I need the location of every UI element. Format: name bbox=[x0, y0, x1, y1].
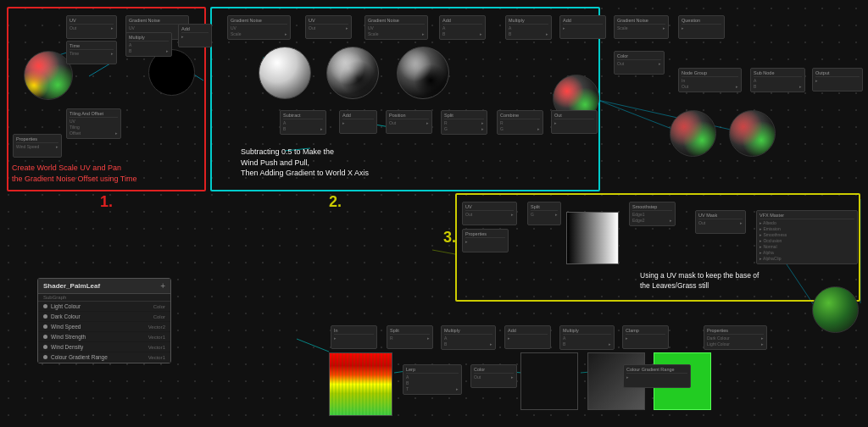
node-prop-mask[interactable]: Properties ▸ bbox=[462, 229, 509, 252]
shader-panel-add[interactable]: + bbox=[160, 281, 165, 291]
node-uv-1[interactable]: UV Out▸ bbox=[66, 15, 117, 39]
sphere-color-right-3 bbox=[729, 110, 776, 157]
shader-prop-wind-strength[interactable]: Wind Strength Vector1 bbox=[38, 332, 170, 342]
node-right-list[interactable]: VFX Master ▸ Albedo ▸ Emission ▸ Smoothn… bbox=[756, 210, 858, 264]
node-lerp-b[interactable]: Lerp A B T▸ bbox=[403, 364, 462, 395]
sphere-gradient-white bbox=[259, 47, 311, 99]
node-split-b[interactable]: Split R▸ bbox=[387, 325, 433, 349]
node-subtract-1[interactable]: Subtract A B▸ bbox=[280, 110, 326, 135]
shader-panel-header: Shader_PalmLeaf + bbox=[38, 279, 170, 294]
node-out-2[interactable]: Output ▸ bbox=[812, 68, 863, 92]
svg-line-9 bbox=[598, 100, 674, 130]
shader-type-2: Color bbox=[153, 314, 165, 319]
shader-panel-title: Shader_PalmLeaf bbox=[43, 282, 100, 290]
node-pan-1[interactable]: Add ▸ bbox=[178, 24, 212, 47]
shader-dot-4 bbox=[43, 335, 47, 339]
shader-panel-subtitle: SubGraph bbox=[38, 294, 170, 302]
node-fade-region[interactable]: Node Group In Out▸ bbox=[678, 68, 742, 92]
node-uv-mask[interactable]: UV Out▸ bbox=[462, 202, 517, 225]
shader-label-6: Colour Gradient Range bbox=[51, 354, 148, 360]
node-add-2[interactable]: Add A B▸ bbox=[439, 15, 486, 40]
svg-line-12 bbox=[432, 250, 455, 254]
shader-label-4: Wind Strength bbox=[51, 334, 148, 340]
shader-panel: Shader_PalmLeaf + SubGraph Light Colour … bbox=[37, 278, 171, 363]
shader-prop-light-colour[interactable]: Light Colour Color bbox=[38, 302, 170, 312]
annotation-text-3: Using a UV mask to keep the base of the … bbox=[640, 271, 767, 291]
node-output-1[interactable]: Out ▸ bbox=[551, 110, 598, 134]
node-editor-canvas: 1. 2. 3. Create World Scale UV and Pan t… bbox=[0, 0, 868, 427]
node-uv-2[interactable]: UV Out▸ bbox=[305, 15, 352, 39]
node-properties-1[interactable]: Properties Wind Speed▸ bbox=[13, 134, 62, 158]
svg-line-13 bbox=[297, 339, 329, 352]
node-multiply-b[interactable]: Multiply A B▸ bbox=[441, 325, 496, 350]
shader-dot-3 bbox=[43, 324, 47, 329]
dark-square-1 bbox=[520, 352, 578, 410]
node-gradient-noise-3[interactable]: Gradient Noise UV Scale▸ bbox=[364, 15, 428, 40]
node-in-1[interactable]: In ▸ bbox=[331, 325, 377, 349]
shader-type-1: Color bbox=[153, 304, 165, 309]
node-prop-bottom[interactable]: Properties Dark Colour▸ Light Colour▸ bbox=[704, 325, 767, 350]
node-tiling-1[interactable]: Tiling And Offset UV Tiling Offset▸ bbox=[66, 108, 121, 139]
node-time-1[interactable]: Time Time▸ bbox=[66, 41, 117, 64]
sphere-green-bottom bbox=[812, 286, 859, 333]
node-combine-1[interactable]: Combine R G▸ bbox=[497, 110, 543, 135]
node-split-1[interactable]: Split R▸ G▸ bbox=[441, 110, 487, 135]
shader-type-6: Vector1 bbox=[148, 355, 165, 360]
step-label-3: 3. bbox=[443, 229, 456, 247]
node-color-b[interactable]: Color Out▸ bbox=[470, 364, 517, 388]
node-grad-range[interactable]: Colour Gradient Range ▸ bbox=[623, 364, 691, 388]
shader-dot-6 bbox=[43, 355, 47, 359]
shader-prop-colour-gradient[interactable]: Colour Gradient Range Vector1 bbox=[38, 352, 170, 363]
shader-prop-wind-density[interactable]: Wind Density Vector1 bbox=[38, 342, 170, 352]
node-multiply-2[interactable]: Multiply A B▸ bbox=[505, 15, 552, 40]
shader-prop-wind-speed[interactable]: Wind Speed Vector2 bbox=[38, 322, 170, 332]
node-sub-2[interactable]: Sub Node A B▸ bbox=[750, 68, 805, 92]
shader-label-3: Wind Speed bbox=[51, 324, 148, 330]
node-add-4[interactable]: Add ▸ bbox=[559, 15, 606, 39]
shader-dot-2 bbox=[43, 314, 47, 319]
node-gradient-noise-4[interactable]: Gradient Noise Scale▸ bbox=[614, 15, 669, 39]
shader-dot-5 bbox=[43, 345, 47, 349]
node-clamp-1[interactable]: Clamp ▸ bbox=[622, 325, 669, 349]
step-label-2: 2. bbox=[329, 193, 342, 211]
shader-label-5: Wind Density bbox=[51, 344, 148, 350]
shader-type-5: Vector1 bbox=[148, 345, 165, 350]
sphere-color-right-2 bbox=[670, 110, 716, 157]
node-smoothstep[interactable]: Smoothstep Edge1 Edge2▸ bbox=[629, 202, 676, 226]
shader-label-1: Light Colour bbox=[51, 303, 153, 309]
shader-label-2: Dark Colour bbox=[51, 313, 153, 319]
shader-type-3: Vector2 bbox=[148, 324, 165, 330]
node-question-1[interactable]: Question ▸ bbox=[678, 15, 725, 39]
annotation-text-2: Subtracting 0.5 to Make the Wind Push an… bbox=[241, 147, 369, 179]
sphere-gradient-noise bbox=[326, 47, 379, 99]
node-split-uv[interactable]: Split G▸ bbox=[527, 202, 561, 225]
sphere-wind-push bbox=[397, 47, 449, 99]
color-gradient-square bbox=[329, 352, 392, 416]
shader-prop-dark-colour[interactable]: Dark Colour Color bbox=[38, 312, 170, 322]
node-gradient-noise-2[interactable]: Gradient Noise UV Scale▸ bbox=[227, 15, 291, 40]
node-color-1[interactable]: Color Out▸ bbox=[614, 51, 665, 75]
node-add-3[interactable]: Add ▸ bbox=[339, 110, 377, 134]
shader-dot-1 bbox=[43, 304, 47, 308]
shader-type-4: Vector1 bbox=[148, 335, 165, 340]
node-position-1[interactable]: Position Out▸ bbox=[386, 110, 432, 134]
node-multiply-1[interactable]: Multiply A B▸ bbox=[125, 32, 172, 57]
node-add-b[interactable]: Add ▸ bbox=[504, 325, 551, 349]
gradient-square-uv bbox=[566, 212, 619, 264]
node-multiply-c[interactable]: Multiply A B▸ bbox=[559, 325, 615, 350]
node-right-1[interactable]: UV Mask Out▸ bbox=[695, 210, 746, 234]
